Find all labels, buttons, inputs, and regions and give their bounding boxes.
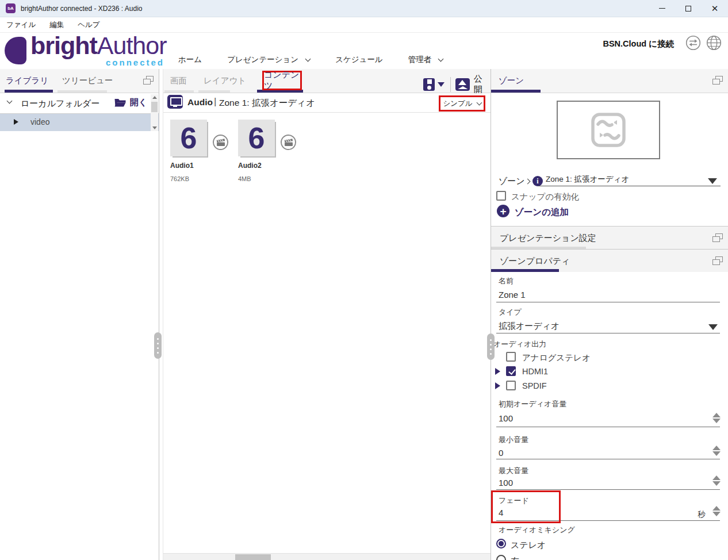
zone-header-zone-name: Zone 1: 拡張オーディオ [219, 97, 315, 109]
step-up-icon[interactable] [712, 475, 721, 480]
maximize-icon [685, 6, 691, 11]
nav-home[interactable]: ホーム [178, 55, 202, 65]
brand-logo: brightAuthor [30, 30, 167, 60]
add-zone-icon[interactable]: + [497, 205, 509, 217]
zone-preview[interactable] [557, 101, 660, 159]
tab-zone-indicator [491, 90, 541, 93]
max-volume-stepper[interactable] [712, 475, 722, 486]
menu-edit[interactable]: 編集 [49, 20, 64, 30]
media-thumbnail[interactable]: 6 [170, 120, 207, 156]
minimize-button[interactable] [649, 0, 675, 17]
zone-selector-underline [538, 186, 721, 186]
tab-treeview[interactable]: ツリービュー [62, 75, 113, 86]
globe-icon[interactable] [706, 35, 722, 51]
clapperboard-icon [284, 139, 293, 147]
mixing-stereo-label: ステレオ [511, 540, 546, 551]
tab-content[interactable]: コンテンツ [264, 70, 300, 91]
maximize-button[interactable] [675, 0, 702, 17]
media-size: 762KB [170, 175, 189, 182]
info-icon[interactable]: i [532, 176, 543, 186]
snap-checkbox[interactable] [496, 191, 506, 201]
media-name: Audio2 [238, 162, 262, 170]
right-splitter-handle[interactable] [487, 333, 495, 360]
zone-properties-section[interactable]: ゾーンプロパティ [491, 249, 728, 272]
nav-schedule[interactable]: スケジュール [335, 55, 383, 65]
zone-selector-value[interactable]: Zone 1: 拡張オーディオ [546, 174, 629, 185]
editor-horizontal-scrollbar[interactable] [163, 553, 491, 560]
window-title: brightAuthor connected - XD236 : Audio [21, 5, 142, 13]
type-field-value[interactable]: 拡張オーディオ [499, 321, 560, 332]
step-up-icon[interactable] [712, 413, 721, 417]
view-mode-dropdown[interactable]: シンプル [443, 99, 472, 109]
save-publish-group: 公開 [423, 74, 491, 95]
open-folder-label: 開く [130, 97, 147, 108]
publish-label[interactable]: 公開 [474, 74, 491, 95]
chevron-down-icon[interactable] [7, 98, 13, 104]
scrollbar-thumb[interactable] [235, 554, 271, 560]
app-icon: bA [6, 3, 16, 13]
media-thumbnail[interactable]: 6 [238, 120, 275, 156]
step-down-icon[interactable] [712, 451, 721, 456]
library-item-video[interactable]: video [0, 114, 159, 131]
tab-library[interactable]: ライブラリ [6, 75, 48, 86]
spdif-checkbox[interactable] [506, 381, 516, 390]
analog-stereo-label: アナログステレオ [522, 352, 591, 363]
tab-layout[interactable]: レイアウト [204, 75, 246, 86]
nav-presentation[interactable]: プレゼンテーション [227, 55, 310, 65]
library-scrollbar[interactable] [151, 94, 158, 131]
analog-stereo-checkbox[interactable] [506, 352, 516, 362]
presentation-settings-label: プレゼンテーション設定 [500, 233, 596, 244]
hdmi1-checkbox[interactable] [506, 366, 516, 376]
bsn-cloud-connect-label[interactable]: BSN.Cloud に接続 [603, 39, 674, 49]
nav-admin[interactable]: 管理者 [408, 55, 443, 65]
panel-collapse-icon[interactable] [712, 233, 723, 242]
step-up-icon[interactable] [712, 446, 721, 450]
hdmi1-label: HDMI1 [522, 367, 548, 376]
step-down-icon[interactable] [712, 481, 721, 486]
zone-tabbar: ゾーン [491, 69, 728, 93]
step-up-icon[interactable] [712, 506, 721, 511]
panel-collapse-icon[interactable] [712, 76, 723, 85]
type-field-label: タイプ [499, 307, 522, 317]
dropdown-caret-icon[interactable] [708, 178, 717, 184]
menu-file[interactable]: ファイル [6, 20, 36, 30]
panel-collapse-icon[interactable] [712, 256, 723, 265]
sync-icon[interactable] [685, 35, 701, 51]
spdif-label: SPDIF [522, 381, 547, 390]
menu-help[interactable]: ヘルプ [78, 20, 99, 30]
logo-bright-text: bright [30, 32, 97, 59]
min-volume-value[interactable]: 0 [499, 448, 503, 458]
library-panel: ライブラリ ツリービュー ローカルフォルダー 開く video [0, 69, 159, 560]
expand-arrow-icon[interactable] [14, 119, 18, 125]
audio-file-glyph: 6 [181, 123, 197, 153]
zone-panel: ゾーン ゾーン i Zone 1: 拡張オーディオ スナップの有効化 + ゾーン… [491, 69, 728, 560]
step-down-icon[interactable] [712, 512, 721, 516]
scroll-down-icon[interactable] [152, 126, 157, 129]
dropdown-caret-icon[interactable] [708, 324, 718, 330]
tab-screen[interactable]: 画面 [170, 75, 187, 86]
save-icon[interactable] [423, 78, 435, 91]
open-folder-button[interactable]: 開く [114, 97, 147, 108]
left-splitter-handle[interactable] [154, 332, 162, 359]
fade-stepper[interactable] [712, 506, 722, 516]
panel-collapse-icon[interactable] [143, 76, 154, 85]
publish-icon[interactable] [455, 78, 469, 91]
mixing-stereo-radio[interactable] [496, 539, 506, 549]
presentation-settings-section[interactable]: プレゼンテーション設定 [491, 226, 728, 249]
expand-arrow-icon[interactable] [495, 382, 500, 389]
tab-zone[interactable]: ゾーン [499, 75, 524, 86]
initial-volume-value[interactable]: 100 [499, 413, 513, 423]
initial-volume-stepper[interactable] [712, 413, 722, 423]
min-volume-stepper[interactable] [712, 446, 722, 456]
mixing-left-radio[interactable] [496, 555, 506, 560]
add-zone-button[interactable]: ゾーンの追加 [515, 206, 569, 218]
save-dropdown-caret-icon[interactable] [438, 82, 445, 87]
max-volume-value[interactable]: 100 [499, 478, 513, 488]
expand-arrow-icon[interactable] [495, 368, 500, 375]
step-down-icon[interactable] [712, 419, 721, 423]
scroll-up-icon[interactable] [152, 96, 157, 99]
scrollbar-thumb[interactable] [151, 102, 158, 112]
chevron-down-icon[interactable] [476, 100, 482, 106]
close-button[interactable]: ✕ [702, 0, 728, 17]
name-field-value[interactable]: Zone 1 [499, 290, 526, 300]
